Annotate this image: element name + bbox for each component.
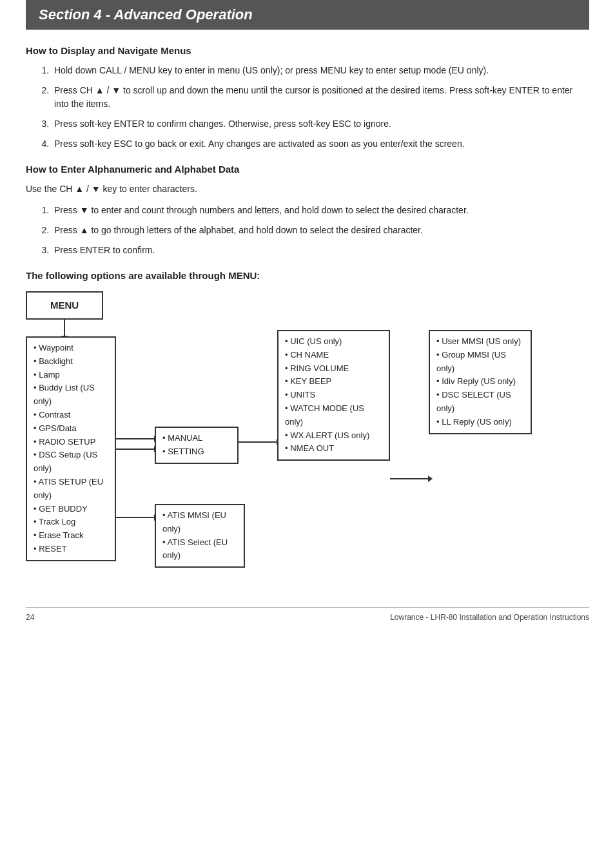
menu-diagram: MENU Waypoint Backlight Lamp Buddy List …: [26, 291, 587, 588]
list-item: DSC Setup (US only): [34, 448, 108, 476]
arrow-setting-right: [239, 441, 277, 443]
list-item: Backlight: [34, 355, 108, 369]
list-item: SETTING: [162, 445, 231, 459]
section2-title: How to Enter Alphanumeric and Alphabet D…: [26, 164, 589, 175]
list-item: Hold down CALL / MENU key to enter in me…: [52, 64, 589, 77]
arrow-menu-down: [64, 318, 65, 336]
section1-title: How to Display and Navigate Menus: [26, 45, 589, 56]
list-item: Press CH ▲ / ▼ to scroll up and down the…: [52, 84, 589, 111]
list-item: UIC (US only): [285, 335, 382, 349]
arrow-nmea-right: [390, 478, 429, 479]
section-title: Section 4 - Advanced Operation: [39, 6, 253, 23]
list-item: Press soft-key ENTER to confirm changes.…: [52, 117, 589, 131]
list-item: KEY BEEP: [285, 375, 382, 389]
page: Section 4 - Advanced Operation How to Di…: [0, 0, 615, 648]
section-header: Section 4 - Advanced Operation: [26, 0, 589, 30]
menu-box: MENU: [26, 291, 103, 320]
list-item: LL Reply (US only): [436, 416, 524, 429]
list-item: RING VOLUME: [285, 362, 382, 376]
list-item: ATIS Select (EU only): [162, 536, 237, 563]
list-item: MANUAL: [162, 432, 231, 445]
list-item: Press ▲ to go through letters of the alp…: [52, 224, 589, 237]
list-item: Press ENTER to confirm.: [52, 244, 589, 257]
list-item: Idiv Reply (US only): [436, 375, 524, 389]
arrow-radio-right: [116, 448, 155, 450]
list-item: NMEA OUT: [285, 442, 382, 456]
list-item: WX ALERT (US only): [285, 429, 382, 443]
list-item: GET BUDDY: [34, 503, 108, 516]
list-item: Erase Track: [34, 529, 108, 543]
col1-box: Waypoint Backlight Lamp Buddy List (US o…: [26, 336, 116, 561]
col2a-list: MANUAL SETTING: [162, 432, 231, 459]
section3-title: The following options are available thro…: [26, 270, 589, 281]
page-number: 24: [26, 613, 34, 622]
list-item: WATCH MODE (US only): [285, 402, 382, 429]
list-item: ATIS SETUP (EU only): [34, 476, 108, 503]
section2-intro: Use the CH ▲ / ▼ key to enter characters…: [26, 182, 589, 196]
list-item: Group MMSI (US only): [436, 349, 524, 376]
list-item: RADIO SETUP: [34, 436, 108, 449]
list-item: User MMSI (US only): [436, 335, 524, 349]
col1-list: Waypoint Backlight Lamp Buddy List (US o…: [34, 342, 108, 556]
col4-box: User MMSI (US only) Group MMSI (US only)…: [429, 330, 532, 434]
list-item: Lamp: [34, 369, 108, 382]
section3: The following options are available thro…: [26, 270, 589, 588]
arrow-atis-right: [116, 517, 155, 518]
arrow-gps-right: [116, 438, 155, 439]
list-item: GPS/Data: [34, 422, 108, 436]
footer-text: Lowrance - LHR-80 Installation and Opera…: [390, 613, 589, 622]
col2b-list: ATIS MMSI (EU only) ATIS Select (EU only…: [162, 509, 237, 563]
list-item: ATIS MMSI (EU only): [162, 509, 237, 536]
list-item: RESET: [34, 543, 108, 556]
col4-list: User MMSI (US only) Group MMSI (US only)…: [436, 335, 524, 429]
list-item: Waypoint: [34, 342, 108, 355]
section2-list: Press ▼ to enter and count through numbe…: [52, 204, 589, 257]
col3-box: UIC (US only) CH NAME RING VOLUME KEY BE…: [277, 330, 390, 461]
section1-list: Hold down CALL / MENU key to enter in me…: [52, 64, 589, 151]
col2b-box: ATIS MMSI (EU only) ATIS Select (EU only…: [155, 504, 245, 568]
list-item: DSC SELECT (US only): [436, 389, 524, 416]
list-item: Track Log: [34, 516, 108, 529]
list-item: Contrast: [34, 409, 108, 422]
col2a-box: MANUAL SETTING: [155, 427, 239, 464]
list-item: Press ▼ to enter and count through numbe…: [52, 204, 589, 217]
col3-list: UIC (US only) CH NAME RING VOLUME KEY BE…: [285, 335, 382, 456]
list-item: Press soft-key ESC to go back or exit. A…: [52, 137, 589, 151]
list-item: Buddy List (US only): [34, 381, 108, 409]
list-item: UNITS: [285, 389, 382, 402]
page-footer: 24 Lowrance - LHR-80 Installation and Op…: [26, 607, 589, 622]
list-item: CH NAME: [285, 349, 382, 362]
